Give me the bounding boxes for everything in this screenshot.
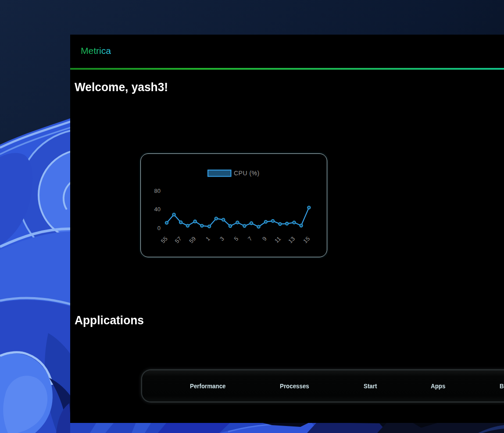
svg-text:59: 59: [188, 235, 197, 245]
svg-text:7: 7: [247, 235, 254, 242]
svg-text:15: 15: [302, 235, 311, 245]
svg-text:80: 80: [154, 188, 161, 194]
svg-text:11: 11: [273, 235, 282, 244]
svg-text:0: 0: [157, 225, 161, 231]
svg-text:1: 1: [204, 235, 211, 242]
svg-text:9: 9: [261, 235, 268, 242]
svg-text:13: 13: [287, 235, 296, 245]
svg-text:CPU (%): CPU (%): [234, 170, 260, 177]
svg-text:57: 57: [174, 235, 183, 245]
svg-text:40: 40: [154, 206, 161, 213]
svg-text:55: 55: [160, 235, 169, 245]
svg-text:3: 3: [218, 235, 225, 242]
svg-text:5: 5: [232, 235, 239, 242]
